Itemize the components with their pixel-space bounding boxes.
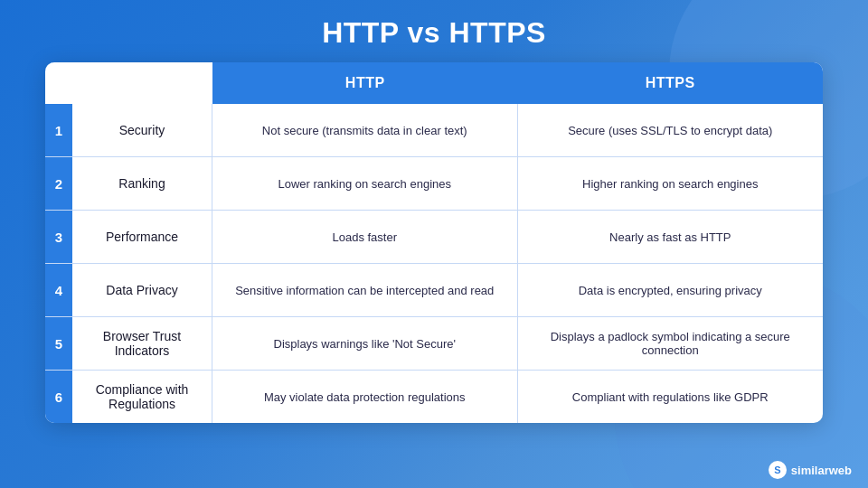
- row-http-value: Not secure (transmits data in clear text…: [212, 104, 518, 156]
- row-feature: Data Privacy: [72, 264, 212, 316]
- row-http-value: Loads faster: [212, 211, 518, 263]
- row-feature: Compliance with Regulations: [72, 371, 212, 423]
- row-https-value: Data is encrypted, ensuring privacy: [518, 264, 824, 316]
- row-feature: Performance: [72, 211, 212, 263]
- row-http-value: May violate data protection regulations: [212, 371, 518, 423]
- row-http-value: Displays warnings like 'Not Secure': [212, 317, 518, 370]
- row-number: 4: [45, 264, 72, 316]
- comparison-table: HTTP HTTPS 1 Security Not secure (transm…: [45, 62, 823, 423]
- similarweb-icon: [769, 461, 787, 479]
- table-row: 3 Performance Loads faster Nearly as fas…: [45, 211, 823, 264]
- row-https-value: Secure (uses SSL/TLS to encrypt data): [518, 104, 824, 156]
- row-http-value: Sensitive information can be intercepted…: [212, 264, 518, 316]
- row-https-value: Compliant with regulations like GDPR: [518, 371, 824, 423]
- row-number: 5: [45, 317, 72, 370]
- row-https-value: Higher ranking on search engines: [518, 157, 824, 210]
- table-row: 1 Security Not secure (transmits data in…: [45, 104, 823, 157]
- row-feature: Browser Trust Indicators: [72, 317, 212, 370]
- header-http-col: HTTP: [212, 62, 518, 104]
- row-number: 3: [45, 211, 72, 263]
- header-empty-col: [45, 62, 212, 104]
- similarweb-text: similarweb: [791, 464, 852, 477]
- row-feature: Security: [72, 104, 212, 156]
- row-https-value: Nearly as fast as HTTP: [518, 211, 824, 263]
- similarweb-logo: similarweb: [769, 461, 852, 479]
- row-http-value: Lower ranking on search engines: [212, 157, 518, 210]
- table-row: 6 Compliance with Regulations May violat…: [45, 371, 823, 423]
- row-number: 2: [45, 157, 72, 210]
- row-number: 6: [45, 371, 72, 423]
- row-feature: Ranking: [72, 157, 212, 210]
- table-header: HTTP HTTPS: [45, 62, 823, 104]
- table-row: 4 Data Privacy Sensitive information can…: [45, 264, 823, 317]
- row-https-value: Displays a padlock symbol indicating a s…: [518, 317, 824, 370]
- table-row: 2 Ranking Lower ranking on search engine…: [45, 157, 823, 211]
- row-number: 1: [45, 104, 72, 156]
- header-https-col: HTTPS: [518, 62, 824, 104]
- table-row: 5 Browser Trust Indicators Displays warn…: [45, 317, 823, 371]
- table-body: 1 Security Not secure (transmits data in…: [45, 104, 823, 423]
- page-title: HTTP vs HTTPS: [322, 16, 546, 50]
